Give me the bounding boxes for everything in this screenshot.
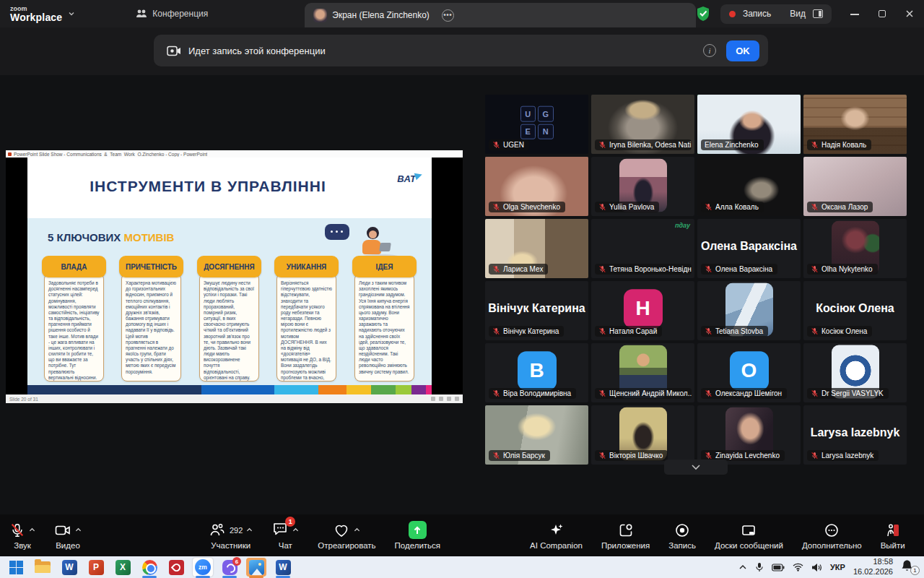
maximize-button[interactable]: [878, 9, 886, 18]
brand-workplace: Workplace: [10, 12, 62, 22]
muted-mic-icon: [598, 452, 606, 460]
hidden-icons-chevron[interactable]: [738, 564, 747, 570]
avatar: [313, 9, 327, 22]
muted-mic-icon: [705, 389, 712, 397]
motive-card-header: УНИКАННЯ: [274, 256, 339, 277]
participant-tile[interactable]: Dr Sergii VASYLYK: [803, 343, 907, 402]
participant-name-label: Вінічук Катерина: [489, 326, 564, 337]
participant-tile[interactable]: Olha Nykytenko: [803, 219, 907, 278]
taskbar-icon-chrome[interactable]: [139, 556, 160, 578]
participant-name-label: Оксана Лазор: [807, 202, 873, 212]
taskbar-icon-word[interactable]: W: [59, 556, 79, 578]
participant-tile[interactable]: Zinayida Levchenko: [697, 405, 801, 465]
participant-tile[interactable]: Вікторія Швачко: [591, 405, 694, 465]
apps-button[interactable]: Приложения: [592, 514, 659, 556]
taskbar-icon-word2[interactable]: W: [273, 556, 293, 578]
share-screen-button[interactable]: Поделиться: [385, 514, 450, 556]
leave-button[interactable]: Выйти: [871, 514, 915, 556]
battery-icon[interactable]: [772, 564, 785, 571]
chat-button[interactable]: 1 Чат: [262, 514, 308, 556]
slide-title: ІНСТРУМЕНТИ В УПРАВЛІННІ: [56, 178, 359, 195]
participants-button[interactable]: 292 Участники: [199, 514, 262, 556]
window-controls: [850, 9, 914, 18]
participant-tile[interactable]: ВВіра Володимирівна: [485, 343, 588, 402]
participant-name-label: Elena Zinchenko: [701, 139, 764, 150]
participant-tile[interactable]: Оксана Лазор: [803, 157, 907, 216]
minimize-button[interactable]: [850, 9, 859, 18]
participant-tile[interactable]: ООлександр Шемігон: [697, 343, 801, 402]
participant-tile[interactable]: пдауТетяна Воронько-Невідн...: [591, 219, 694, 278]
zoom-app-window: zoom Workplace Конференция Экран (Elena …: [0, 0, 924, 578]
participant-tile[interactable]: Косіюк ОленаКосіюк Олена: [803, 281, 907, 340]
motive-card-body: Вирізняється гіперчуттєвою здатністю від…: [276, 273, 336, 381]
participant-tile[interactable]: UGENUGEN: [485, 95, 588, 154]
muted-mic-icon: [492, 265, 500, 273]
participant-tile[interactable]: Larysa lazebnykLarysa lazebnyk: [803, 405, 907, 465]
taskbar-icon-powerpoint[interactable]: P: [86, 556, 106, 578]
notifications-bell[interactable]: 1: [901, 559, 917, 575]
participant-tile[interactable]: Олена ВараксінаОлена Вараксіна: [697, 219, 801, 278]
taskbar-icon-explorer[interactable]: [32, 556, 53, 578]
security-shield-icon[interactable]: [696, 6, 710, 22]
participant-tile[interactable]: Yuliia Pavlova: [591, 157, 694, 216]
participant-name-label: Олена Вараксіна: [701, 264, 777, 275]
taskbar-icon-excel[interactable]: X: [113, 556, 133, 578]
muted-mic-icon: [705, 327, 712, 335]
ai-companion-button[interactable]: AI Companion: [520, 514, 592, 556]
taskbar-icon-start[interactable]: [6, 556, 26, 578]
participant-tile[interactable]: Лариса Мех: [485, 219, 588, 278]
participant-tile[interactable]: Щенсний Андрій Микол...: [591, 343, 694, 402]
participant-tile[interactable]: Olga Shevchenko: [485, 157, 588, 216]
ok-button[interactable]: OK: [726, 40, 759, 61]
clock[interactable]: 18:58 16.02.2026: [853, 557, 893, 577]
slide-color-strip: [27, 385, 432, 394]
taskbar-icon-photos[interactable]: [246, 556, 266, 578]
tray-mic-icon[interactable]: [755, 562, 764, 572]
tab-conference[interactable]: Конференция: [126, 0, 218, 27]
participant-tile[interactable]: ННаталя Сарай: [591, 281, 694, 340]
more-participants-button[interactable]: [664, 460, 728, 475]
participant-tile[interactable]: Iryna Bilenka, Odesa Nati...: [591, 95, 694, 154]
record-button[interactable]: Запись: [659, 514, 705, 556]
audio-button[interactable]: Звук: [0, 514, 45, 556]
participant-name-label: Лариса Мех: [489, 264, 548, 275]
chevron-up-icon[interactable]: [75, 527, 82, 532]
speaker-icon[interactable]: [811, 563, 822, 572]
muted-mic-icon: [705, 265, 712, 273]
participant-name-label: Larysa lazebnyk: [807, 450, 879, 461]
chevron-up-icon[interactable]: [29, 527, 35, 532]
chevron-up-icon[interactable]: [292, 527, 299, 532]
whiteboards-button[interactable]: Доски сообщений: [705, 514, 793, 556]
chevron-down-icon[interactable]: [68, 10, 75, 17]
close-button[interactable]: [905, 9, 914, 18]
participant-tile[interactable]: Надія Коваль: [803, 95, 907, 154]
participant-name-label: Dr Sergii VASYLYK: [807, 388, 889, 399]
participant-tile[interactable]: Tetiana Stovba: [697, 281, 801, 340]
tab-screen-share[interactable]: Экран (Elena Zinchenko) •••: [305, 3, 696, 27]
chat-badge: 1: [285, 517, 295, 527]
view-layout-icon[interactable]: [813, 9, 823, 18]
wifi-icon[interactable]: [793, 563, 803, 571]
taskbar-icon-zoom[interactable]: zm: [193, 556, 213, 578]
chevron-up-icon[interactable]: [246, 527, 253, 532]
view-label[interactable]: Вид: [790, 9, 806, 19]
participant-tile[interactable]: Вінічук КатеринаВінічук Катерина: [485, 281, 588, 340]
taskbar-icon-acrobat[interactable]: [166, 556, 186, 578]
slide-counter: Slide 20 of 31: [9, 397, 38, 402]
slide: ІНСТРУМЕНТИ В УПРАВЛІННІ BAT 5 КЛЮЧОВИХ …: [27, 158, 432, 394]
taskbar-icon-viber[interactable]: 6: [219, 556, 240, 578]
video-button[interactable]: Видео: [45, 514, 91, 556]
tab-options-icon[interactable]: •••: [442, 9, 454, 22]
participant-tile[interactable]: Юлія Барсук: [485, 405, 588, 465]
participant-name-label: Tetiana Stovba: [701, 326, 768, 337]
info-icon[interactable]: i: [703, 44, 716, 57]
participant-tile[interactable]: Алла Коваль: [697, 157, 801, 216]
chevron-up-icon[interactable]: [354, 527, 360, 532]
more-button[interactable]: Дополнительно: [793, 514, 871, 556]
language-indicator[interactable]: УКР: [830, 563, 845, 571]
participant-tile[interactable]: Elena Zinchenko: [697, 95, 801, 154]
reactions-button[interactable]: Отреагировать: [308, 514, 385, 556]
shared-screen[interactable]: PowerPoint Slide Show - Communications_&…: [6, 150, 463, 403]
viber-badge: 6: [232, 557, 241, 566]
titlebar-right: Запись Вид: [696, 4, 914, 24]
